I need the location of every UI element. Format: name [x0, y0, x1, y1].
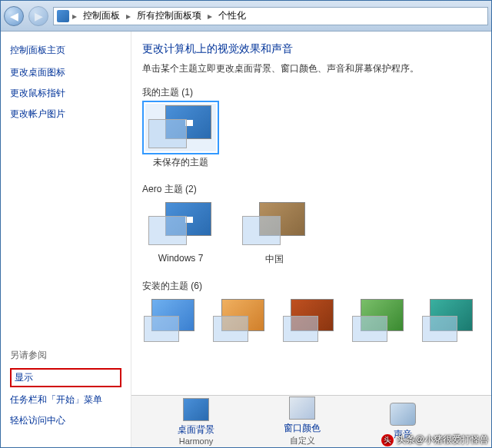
window-color-button[interactable]: 窗口颜色 自定义: [284, 397, 321, 446]
sidebar: 控制面板主页 更改桌面图标 更改鼠标指针 更改帐户图片 另请参阅 显示 任务栏和…: [1, 32, 131, 447]
chevron-right-icon: ▸: [71, 11, 78, 22]
desktop-background-button[interactable]: 桌面背景 Harmony: [178, 398, 214, 446]
theme-thumbnail: [145, 201, 216, 248]
highlight-annotation: 显示: [10, 368, 121, 387]
theme-item-china[interactable]: 中国: [236, 201, 313, 266]
content-area: 控制面板主页 更改桌面图标 更改鼠标指针 更改帐户图片 另请参阅 显示 任务栏和…: [1, 32, 491, 447]
theme-item[interactable]: [281, 297, 337, 343]
sidebar-link-mouse-pointer[interactable]: 更改鼠标指针: [10, 87, 121, 100]
theme-item[interactable]: [211, 297, 267, 343]
theme-item[interactable]: [142, 297, 198, 343]
theme-item[interactable]: [421, 297, 476, 343]
bottom-sub: 自定义: [290, 435, 315, 446]
sidebar-link-account-picture[interactable]: 更改帐户图片: [10, 108, 121, 121]
sidebar-link-desktop-icons[interactable]: 更改桌面图标: [10, 66, 121, 79]
control-panel-icon: [57, 10, 69, 22]
installed-themes-row: [142, 297, 476, 343]
sidebar-heading: 控制面板主页: [10, 44, 121, 57]
page-description: 单击某个主题立即更改桌面背景、窗口颜色、声音和屏幕保护程序。: [142, 62, 476, 75]
breadcrumb-item[interactable]: 所有控制面板项: [134, 9, 204, 22]
section-installed-themes-label: 安装的主题 (6): [142, 280, 476, 293]
theme-thumbnail: [239, 201, 310, 248]
bottom-sub: Harmony: [179, 436, 214, 446]
bottom-label: 窗口颜色: [284, 422, 321, 435]
chevron-right-icon: ▸: [125, 11, 132, 22]
page-title: 更改计算机上的视觉效果和声音: [142, 42, 476, 56]
theme-label: 中国: [265, 253, 284, 266]
theme-item-unsaved[interactable]: 未保存的主题: [142, 104, 219, 169]
sidebar-link-display[interactable]: 显示: [15, 371, 117, 384]
theme-item-windows7[interactable]: Windows 7: [142, 201, 219, 266]
section-my-themes-label: 我的主题 (1): [142, 86, 476, 99]
sidebar-link-taskbar[interactable]: 任务栏和「开始」菜单: [10, 393, 121, 407]
breadcrumb-item[interactable]: 控制面板: [80, 9, 123, 22]
breadcrumb[interactable]: ▸ 控制面板 ▸ 所有控制面板项 ▸ 个性化: [53, 7, 488, 25]
desktop-background-icon: [183, 398, 209, 421]
titlebar: ◀ ▶ ▸ 控制面板 ▸ 所有控制面板项 ▸ 个性化: [1, 1, 491, 32]
my-themes-row: 未保存的主题: [142, 104, 476, 169]
theme-label: Windows 7: [158, 253, 204, 264]
sidebar-link-ease-of-access[interactable]: 轻松访问中心: [10, 414, 121, 427]
section-aero-themes-label: Aero 主题 (2): [142, 183, 476, 196]
main-panel: 更改计算机上的视觉效果和声音 单击某个主题立即更改桌面背景、窗口颜色、声音和屏幕…: [131, 32, 491, 447]
sounds-icon: [390, 403, 416, 426]
window-frame: ◀ ▶ ▸ 控制面板 ▸ 所有控制面板项 ▸ 个性化 控制面板主页 更改桌面图标…: [0, 0, 492, 448]
theme-thumbnail: [145, 104, 216, 151]
theme-item[interactable]: [351, 297, 406, 343]
window-color-icon: [289, 397, 315, 420]
chevron-right-icon: ▸: [206, 11, 214, 22]
aero-themes-row: Windows 7 中国: [142, 201, 476, 266]
watermark: 头 头条@小猪很爱打怪兽: [381, 433, 489, 446]
nav-forward-button[interactable]: ▶: [28, 6, 48, 26]
watermark-text: 头条@小猪很爱打怪兽: [397, 433, 489, 446]
watermark-logo-icon: 头: [381, 434, 394, 446]
nav-back-button[interactable]: ◀: [4, 6, 24, 26]
theme-label: 未保存的主题: [153, 156, 208, 169]
see-also-heading: 另请参阅: [10, 349, 121, 362]
bottom-label: 桌面背景: [178, 423, 214, 436]
breadcrumb-item[interactable]: 个性化: [215, 9, 249, 22]
